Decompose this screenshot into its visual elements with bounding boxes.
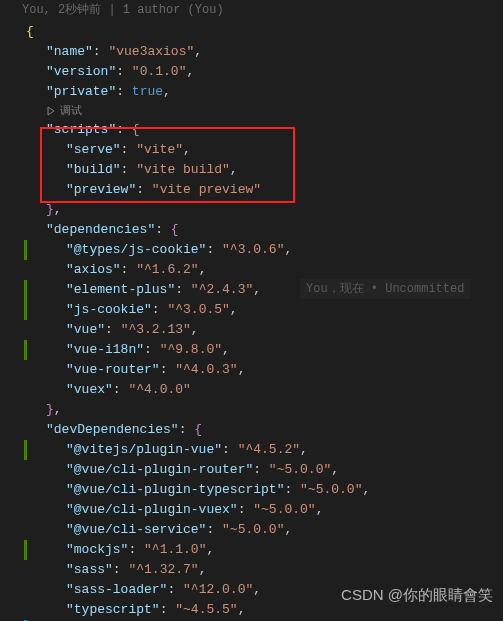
code-line[interactable]: "serve": "vite",	[18, 140, 503, 160]
git-added-indicator	[24, 300, 27, 320]
code-line[interactable]: },	[18, 200, 503, 220]
code-line[interactable]: "vuex": "^4.0.0"	[18, 380, 503, 400]
code-line[interactable]: "name": "vue3axios",	[18, 42, 503, 62]
code-line[interactable]: "build": "vite build",	[18, 160, 503, 180]
code-line[interactable]: "@vue/cli-plugin-router": "~5.0.0",	[18, 460, 503, 480]
code-line[interactable]: {	[18, 22, 503, 42]
blame-annotation: You, 2秒钟前 | 1 author (You)	[18, 0, 503, 22]
code-line[interactable]: "mockjs": "^1.1.0",	[18, 540, 503, 560]
code-line[interactable]: "@vue/cli-plugin-vuex": "~5.0.0",	[18, 500, 503, 520]
code-line[interactable]: "vue": "^3.2.13",	[18, 320, 503, 340]
code-line[interactable]: "version": "0.1.0",	[18, 62, 503, 82]
inline-blame: You，现在 • Uncommitted	[300, 279, 470, 299]
git-added-indicator	[24, 540, 27, 560]
code-line[interactable]: "vue-router": "^4.0.3",	[18, 360, 503, 380]
code-line[interactable]: "private": true,	[18, 82, 503, 102]
code-line[interactable]: "@vue/cli-service": "~5.0.0",	[18, 520, 503, 540]
code-line[interactable]: },	[18, 400, 503, 420]
git-added-indicator	[24, 340, 27, 360]
play-icon	[46, 106, 56, 116]
git-added-indicator	[24, 240, 27, 260]
code-line[interactable]: "axios": "^1.6.2",	[18, 260, 503, 280]
code-line[interactable]: "preview": "vite preview"	[18, 180, 503, 200]
code-line[interactable]: "@types/js-cookie": "^3.0.6",	[18, 240, 503, 260]
git-added-indicator	[24, 280, 27, 300]
watermark: CSDN @你的眼睛會笑	[341, 585, 493, 605]
code-editor[interactable]: You, 2秒钟前 | 1 author (You) { "name": "vu…	[0, 0, 503, 621]
code-line[interactable]: "scripts": {	[18, 120, 503, 140]
code-line[interactable]: "@vue/cli-plugin-typescript": "~5.0.0",	[18, 480, 503, 500]
code-line[interactable]: "vue-i18n": "^9.8.0",	[18, 340, 503, 360]
codelens-debug[interactable]: 调试	[18, 102, 503, 120]
code-line[interactable]: "devDependencies": {	[18, 420, 503, 440]
code-line[interactable]: "@vitejs/plugin-vue": "^4.5.2",	[18, 440, 503, 460]
git-added-indicator	[24, 440, 27, 460]
code-line[interactable]: "sass": "^1.32.7",	[18, 560, 503, 580]
code-line[interactable]: "dependencies": {	[18, 220, 503, 240]
code-line[interactable]: "js-cookie": "^3.0.5",	[18, 300, 503, 320]
